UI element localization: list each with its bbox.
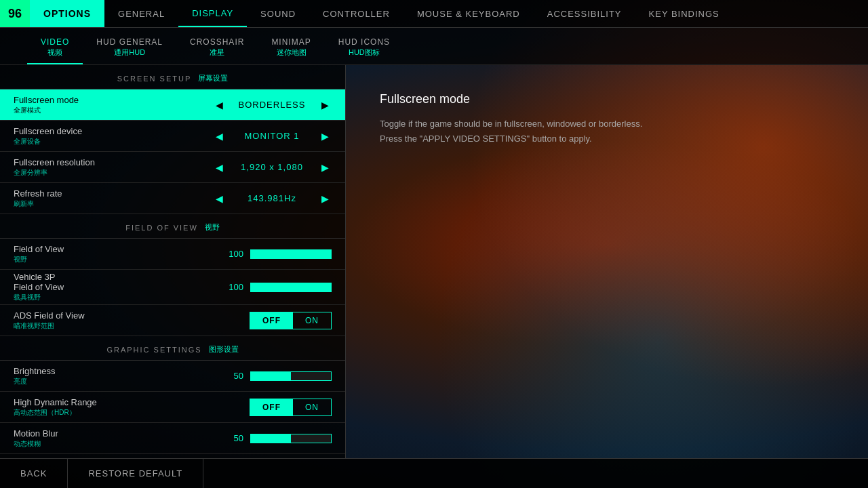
refresh-rate-prev[interactable]: ◀ (212, 193, 226, 204)
nav-accessibility[interactable]: ACCESSIBILITY (534, 0, 635, 27)
subnav-minimap[interactable]: MINIMAP 迷你地图 (258, 37, 324, 64)
hdr-row[interactable]: High Dynamic Range 高动态范围（HDR） OFF ON (0, 392, 345, 423)
graphic-settings-header: GRAPHIC SETTINGS 图形设置 (0, 336, 345, 361)
fov-label: FIELD OF VIEW (125, 224, 198, 232)
motion-blur-row[interactable]: Motion Blur 动态模糊 50 (0, 423, 345, 454)
motion-blur-label: Motion Blur 动态模糊 (14, 428, 220, 449)
fullscreen-mode-label: Fullscreen mode 全屏模式 (14, 95, 212, 115)
brightness-name: Brightness (14, 366, 220, 376)
fullscreen-mode-name: Fullscreen mode (14, 95, 212, 105)
fov-slider[interactable] (250, 249, 332, 259)
vehicle-fov-label: Vehicle 3PField of View 载具视野 (14, 272, 220, 302)
hdr-label: High Dynamic Range 高动态范围（HDR） (14, 397, 250, 418)
hdr-off[interactable]: OFF (250, 399, 293, 415)
motion-blur-slider[interactable] (250, 434, 332, 443)
brightness-slider[interactable] (250, 371, 332, 381)
fov-slider-container: 100 (220, 249, 332, 259)
refresh-rate-name-cn: 刷新率 (14, 199, 212, 209)
subnav-hud-icons-label: HUD ICONS (338, 37, 390, 47)
fov-name-cn: 视野 (14, 255, 220, 264)
vehicle-fov-row[interactable]: Vehicle 3PField of View 载具视野 100 (0, 270, 345, 305)
fullscreen-resolution-label: Fullscreen resolution 全屏分辨率 (14, 157, 212, 178)
motion-blur-name-cn: 动态模糊 (14, 439, 220, 449)
right-panel: Fullscreen mode Toggle if the game shoul… (346, 65, 868, 458)
fullscreen-mode-prev[interactable]: ◀ (212, 100, 226, 110)
refresh-rate-next[interactable]: ▶ (318, 193, 332, 204)
subnav-hud-icons[interactable]: HUD ICONS HUD图标 (325, 37, 403, 64)
vehicle-fov-name-cn: 载具视野 (14, 293, 220, 302)
sub-nav: VIDEO 视频 HUD GENERAL 通用HUD CROSSHAIR 准星 … (0, 28, 868, 65)
fullscreen-resolution-row[interactable]: Fullscreen resolution 全屏分辨率 ◀ 1,920 x 1,… (0, 152, 345, 183)
ads-fov-toggle[interactable]: OFF ON (250, 312, 332, 329)
back-button[interactable]: BACK (0, 459, 68, 488)
nav-general[interactable]: GENERAL (104, 0, 178, 27)
fullscreen-mode-name-cn: 全屏模式 (14, 106, 212, 115)
fullscreen-device-prev[interactable]: ◀ (212, 131, 226, 142)
vehicle-fov-slider[interactable] (250, 283, 332, 292)
vehicle-fov-slider-container: 100 (220, 282, 332, 292)
subnav-crosshair[interactable]: CROSSHAIR 准星 (176, 37, 258, 64)
left-panel: SCREEN SETUP 屏幕设置 Fullscreen mode 全屏模式 ◀… (0, 65, 346, 458)
refresh-rate-control: ◀ 143.981Hz ▶ (212, 193, 332, 204)
ads-fov-off[interactable]: OFF (250, 312, 293, 329)
refresh-rate-row[interactable]: Refresh rate 刷新率 ◀ 143.981Hz ▶ (0, 183, 345, 214)
screen-setup-label-cn: 屏幕设置 (198, 73, 228, 83)
subnav-minimap-label-cn: 迷你地图 (277, 47, 307, 58)
fov-header: FIELD OF VIEW 视野 (0, 214, 345, 239)
ads-fov-name-cn: 瞄准视野范围 (14, 321, 250, 331)
brightness-row[interactable]: Brightness 亮度 50 (0, 361, 345, 392)
subnav-hud-icons-label-cn: HUD图标 (349, 47, 380, 58)
brightness-name-cn: 亮度 (14, 377, 220, 386)
ads-fov-label: ADS Field of View 瞄准视野范围 (14, 310, 250, 331)
nav-key-bindings[interactable]: KEY BINDINGS (635, 0, 733, 27)
fullscreen-resolution-next[interactable]: ▶ (318, 162, 332, 173)
graphic-settings-label: GRAPHIC SETTINGS (106, 346, 201, 354)
nav-mouse-keyboard[interactable]: MOUSE & KEYBOARD (403, 0, 534, 27)
fov-row[interactable]: Field of View 视野 100 (0, 239, 345, 270)
motion-blur-slider-container: 50 (220, 433, 332, 443)
fullscreen-mode-control: ◀ BORDERLESS ▶ (212, 100, 332, 110)
fullscreen-mode-row[interactable]: Fullscreen mode 全屏模式 ◀ BORDERLESS ▶ (0, 89, 345, 121)
fullscreen-resolution-value: 1,920 x 1,080 (231, 162, 313, 172)
subnav-video[interactable]: VIDEO 视频 (27, 37, 83, 64)
main-content: SCREEN SETUP 屏幕设置 Fullscreen mode 全屏模式 ◀… (0, 65, 868, 458)
fov-name: Field of View (14, 244, 220, 254)
fov-value: 100 (220, 249, 243, 259)
fullscreen-device-row[interactable]: Fullscreen device 全屏设备 ◀ MONITOR 1 ▶ (0, 121, 345, 152)
refresh-rate-label: Refresh rate 刷新率 (14, 188, 212, 209)
info-desc: Toggle if the game should be in fullscre… (380, 117, 651, 146)
fullscreen-resolution-control: ◀ 1,920 x 1,080 ▶ (212, 162, 332, 173)
motion-blur-slider-fill (251, 434, 291, 443)
vehicle-fov-slider-fill (251, 283, 331, 291)
refresh-rate-name: Refresh rate (14, 188, 212, 199)
ads-fov-on[interactable]: ON (293, 312, 331, 329)
brightness-slider-container: 50 (220, 371, 332, 381)
ads-fov-row[interactable]: ADS Field of View 瞄准视野范围 OFF ON (0, 305, 345, 336)
nav-sound[interactable]: SOUND (247, 0, 309, 27)
restore-default-button[interactable]: RESTORE DEFAULT (68, 459, 203, 488)
hdr-on[interactable]: ON (293, 399, 331, 415)
hdr-name-cn: 高动态范围（HDR） (14, 408, 250, 418)
score-badge: 96 (0, 0, 30, 27)
nav-display[interactable]: DISPLAY (178, 0, 247, 27)
subnav-video-label: VIDEO (41, 37, 69, 47)
subnav-crosshair-label-cn: 准星 (210, 47, 224, 58)
motion-blur-value: 50 (220, 433, 243, 443)
subnav-hud-general-label: HUD GENERAL (96, 37, 163, 47)
fov-label-container: Field of View 视野 (14, 244, 220, 264)
nav-controller[interactable]: CONTROLLER (309, 0, 403, 27)
hdr-toggle[interactable]: OFF ON (250, 399, 332, 416)
motion-blur-name: Motion Blur (14, 428, 220, 439)
top-nav: 96 OPTIONS GENERAL DISPLAY SOUND CONTROL… (0, 0, 868, 28)
bottom-bar: BACK RESTORE DEFAULT (0, 458, 868, 488)
screen-setup-label: SCREEN SETUP (117, 75, 192, 83)
fullscreen-mode-next[interactable]: ▶ (318, 100, 332, 110)
fullscreen-resolution-prev[interactable]: ◀ (212, 162, 226, 173)
fullscreen-resolution-name-cn: 全屏分辨率 (14, 168, 212, 178)
screen-setup-header: SCREEN SETUP 屏幕设置 (0, 65, 345, 89)
fullscreen-device-next[interactable]: ▶ (318, 131, 332, 142)
brightness-slider-fill (251, 372, 291, 380)
fov-slider-fill (251, 250, 331, 258)
subnav-hud-general-label-cn: 通用HUD (114, 47, 145, 58)
subnav-hud-general[interactable]: HUD GENERAL 通用HUD (83, 37, 176, 64)
